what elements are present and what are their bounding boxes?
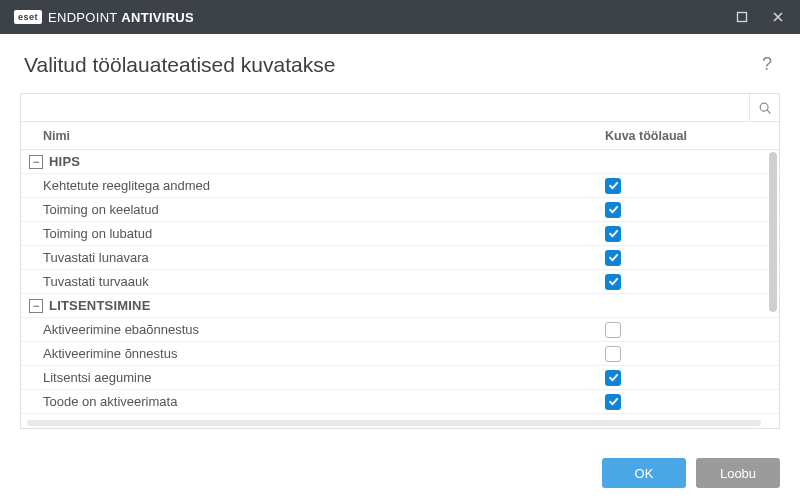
search-button[interactable] bbox=[749, 94, 779, 121]
vertical-scrollbar[interactable] bbox=[769, 152, 777, 420]
search-row bbox=[21, 94, 779, 122]
item-label: Aktiveerimine õnnestus bbox=[21, 346, 605, 361]
show-on-desktop-checkbox[interactable] bbox=[605, 178, 621, 194]
list-item: Aktiveerimine õnnestus bbox=[21, 342, 779, 366]
titlebar: eset ENDPOINT ANTIVIRUS bbox=[0, 0, 800, 34]
item-label: Kehtetute reeglitega andmed bbox=[21, 178, 605, 193]
group-label: LITSENTSIMINE bbox=[49, 298, 605, 313]
item-label: Toiming on lubatud bbox=[21, 226, 605, 241]
item-check-cell bbox=[605, 250, 765, 266]
list-item: Litsentsi aegumine bbox=[21, 366, 779, 390]
window-controls bbox=[728, 3, 792, 31]
show-on-desktop-checkbox[interactable] bbox=[605, 274, 621, 290]
item-check-cell bbox=[605, 346, 765, 362]
cancel-button[interactable]: Loobu bbox=[696, 458, 780, 488]
list-item: Aktiveerimine ebaõnnestus bbox=[21, 318, 779, 342]
brand-name-light: ENDPOINT bbox=[48, 10, 121, 25]
brand-name: ENDPOINT ANTIVIRUS bbox=[48, 10, 194, 25]
heading-row: Valitud töölauateatised kuvatakse ? bbox=[0, 34, 800, 93]
item-check-cell bbox=[605, 178, 765, 194]
search-icon bbox=[758, 101, 772, 115]
group-row: −HIPS bbox=[21, 150, 779, 174]
column-header-show[interactable]: Kuva töölaual bbox=[605, 129, 765, 143]
horizontal-scrollbar[interactable] bbox=[27, 420, 761, 426]
search-input[interactable] bbox=[21, 94, 749, 121]
window-close-button[interactable] bbox=[764, 3, 792, 31]
group-collapse-toggle[interactable]: − bbox=[29, 299, 43, 313]
list-item: Toiming on lubatud bbox=[21, 222, 779, 246]
close-icon bbox=[772, 11, 784, 23]
page-title: Valitud töölauateatised kuvatakse bbox=[24, 53, 335, 77]
brand-tag: eset bbox=[14, 10, 42, 24]
show-on-desktop-checkbox[interactable] bbox=[605, 250, 621, 266]
show-on-desktop-checkbox[interactable] bbox=[605, 346, 621, 362]
svg-point-1 bbox=[760, 103, 768, 111]
item-check-cell bbox=[605, 274, 765, 290]
item-label: Toiming on keelatud bbox=[21, 202, 605, 217]
brand: eset ENDPOINT ANTIVIRUS bbox=[14, 10, 194, 25]
vertical-scrollbar-thumb[interactable] bbox=[769, 152, 777, 312]
item-label: Tuvastati turvaauk bbox=[21, 274, 605, 289]
item-label: Aktiveerimine ebaõnnestus bbox=[21, 322, 605, 337]
item-check-cell bbox=[605, 226, 765, 242]
list-item: Tuvastati turvaauk bbox=[21, 270, 779, 294]
item-check-cell bbox=[605, 370, 765, 386]
item-check-cell bbox=[605, 394, 765, 410]
brand-name-bold: ANTIVIRUS bbox=[121, 10, 194, 25]
group-row: −LITSENTSIMINE bbox=[21, 294, 779, 318]
group-collapse-toggle[interactable]: − bbox=[29, 155, 43, 169]
settings-list: −HIPSKehtetute reeglitega andmedToiming … bbox=[21, 150, 779, 428]
list-item: Kehtetute reeglitega andmed bbox=[21, 174, 779, 198]
window-maximize-button[interactable] bbox=[728, 3, 756, 31]
item-label: Tuvastati lunavara bbox=[21, 250, 605, 265]
list-item: Tuvastati lunavara bbox=[21, 246, 779, 270]
ok-button[interactable]: OK bbox=[602, 458, 686, 488]
item-label: Toode on aktiveerimata bbox=[21, 394, 605, 409]
help-button[interactable]: ? bbox=[758, 50, 776, 79]
footer: OK Loobu bbox=[0, 446, 800, 500]
show-on-desktop-checkbox[interactable] bbox=[605, 394, 621, 410]
show-on-desktop-checkbox[interactable] bbox=[605, 202, 621, 218]
group-label: HIPS bbox=[49, 154, 605, 169]
item-check-cell bbox=[605, 202, 765, 218]
maximize-icon bbox=[736, 11, 748, 23]
item-check-cell bbox=[605, 322, 765, 338]
list-item: Toode on aktiveerimata bbox=[21, 390, 779, 414]
settings-panel: Nimi Kuva töölaual −HIPSKehtetute reegli… bbox=[20, 93, 780, 429]
item-label: Litsentsi aegumine bbox=[21, 370, 605, 385]
column-headers: Nimi Kuva töölaual bbox=[21, 122, 779, 150]
list-item: Toiming on keelatud bbox=[21, 198, 779, 222]
show-on-desktop-checkbox[interactable] bbox=[605, 370, 621, 386]
column-header-name[interactable]: Nimi bbox=[21, 129, 605, 143]
show-on-desktop-checkbox[interactable] bbox=[605, 226, 621, 242]
show-on-desktop-checkbox[interactable] bbox=[605, 322, 621, 338]
svg-rect-0 bbox=[738, 13, 747, 22]
